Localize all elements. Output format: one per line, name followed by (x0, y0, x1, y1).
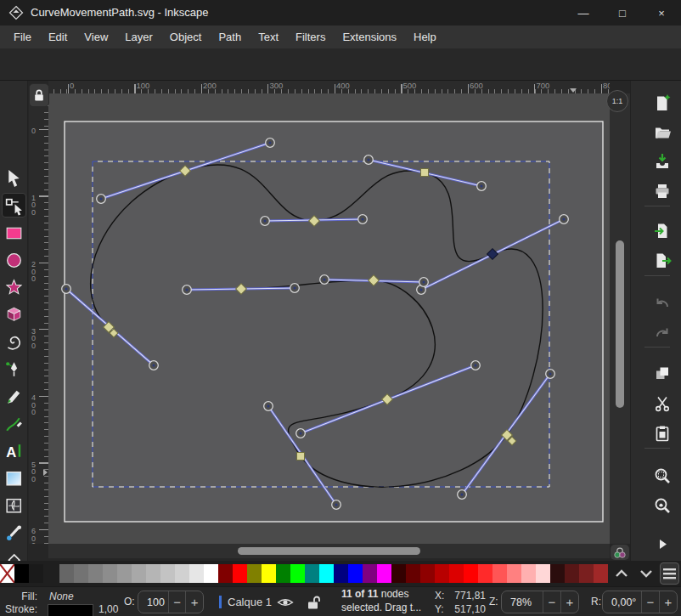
box-3d-tool-icon[interactable] (3, 304, 25, 325)
palette-swatch[interactable] (594, 564, 608, 583)
palette-swatch[interactable] (449, 564, 464, 583)
palette-scroll-up-icon[interactable] (613, 567, 630, 580)
palette-swatch[interactable] (29, 564, 43, 583)
palette-swatch[interactable] (492, 564, 507, 583)
rotation-decrease-button[interactable]: − (641, 591, 659, 613)
dropper-tool-icon[interactable] (3, 523, 25, 545)
menu-item[interactable]: Path (210, 25, 250, 48)
palette-swatch[interactable] (579, 564, 594, 583)
menu-item[interactable]: Help (405, 25, 445, 48)
text-tool-icon[interactable]: A (3, 441, 25, 462)
zoom-drawing-icon[interactable] (653, 496, 672, 515)
palette-swatch[interactable] (464, 564, 478, 583)
palette-swatch[interactable] (103, 564, 117, 583)
spiral-tool-icon[interactable] (3, 331, 25, 353)
palette-swatch[interactable] (117, 564, 132, 583)
palette-swatch[interactable] (189, 564, 204, 583)
palette-swatch[interactable] (233, 564, 247, 583)
vertical-scrollbar[interactable] (610, 93, 630, 544)
more-commands-icon[interactable] (653, 534, 672, 553)
canvas[interactable] (48, 93, 610, 544)
palette-swatch[interactable] (88, 564, 103, 583)
palette-menu-icon[interactable] (660, 562, 679, 585)
import-icon[interactable] (653, 222, 672, 240)
rotation-input[interactable]: 0,00° (603, 596, 641, 608)
opacity-increase-button[interactable]: + (185, 591, 203, 613)
rotation-increase-button[interactable]: + (659, 591, 677, 613)
palette-swatch[interactable] (319, 564, 334, 583)
rectangle-tool-icon[interactable] (3, 223, 25, 244)
stroke-color-swatch[interactable] (48, 604, 93, 616)
ruler-lock-button[interactable] (29, 83, 49, 107)
horizontal-ruler[interactable]: 0100200300400500600700800 (48, 81, 610, 93)
minimize-button[interactable]: — (564, 0, 603, 25)
horizontal-scrollbar-thumb[interactable] (238, 547, 420, 555)
pen-tool-icon[interactable] (3, 359, 25, 380)
palette-swatch[interactable] (290, 564, 305, 583)
pencil-tool-icon[interactable] (3, 387, 25, 408)
palette-swatch[interactable] (146, 564, 160, 583)
palette-swatch[interactable] (565, 564, 579, 583)
palette-swatch[interactable] (550, 564, 565, 583)
menu-item[interactable]: Filters (287, 25, 334, 48)
palette-swatch[interactable] (276, 564, 290, 583)
palette-swatch[interactable] (391, 564, 406, 583)
fill-value[interactable]: None (49, 591, 74, 602)
palette-swatch[interactable] (74, 564, 88, 583)
mesh-gradient-tool-icon[interactable] (3, 495, 25, 517)
calligraphy-tool-icon[interactable] (3, 414, 25, 435)
menu-item[interactable]: Layer (116, 25, 161, 48)
path-node[interactable] (297, 453, 305, 461)
cut-icon[interactable] (653, 394, 672, 413)
palette-swatch[interactable] (406, 564, 420, 583)
palette-swatch[interactable] (262, 564, 276, 583)
horizontal-scrollbar[interactable] (48, 544, 610, 558)
menu-item[interactable]: Object (161, 25, 211, 48)
zoom-input[interactable]: 78% (502, 596, 543, 608)
color-management-button[interactable] (611, 545, 629, 560)
palette-swatch[interactable] (507, 564, 521, 583)
path-node[interactable] (421, 169, 429, 177)
save-document-icon[interactable] (653, 152, 672, 171)
palette-swatch[interactable] (377, 564, 391, 583)
palette-swatch[interactable] (478, 564, 492, 583)
duplicate-icon[interactable] (653, 365, 672, 383)
palette-swatch[interactable] (132, 564, 146, 583)
palette-swatch[interactable] (175, 564, 189, 583)
opacity-input[interactable]: 100 (138, 596, 168, 608)
palette-swatch[interactable] (247, 564, 262, 583)
selector-tool-icon[interactable] (3, 168, 25, 189)
zoom-decrease-button[interactable]: − (543, 591, 560, 613)
zoom-selection-icon[interactable] (653, 466, 672, 485)
palette-swatch[interactable] (59, 564, 74, 583)
layer-name[interactable]: Calque 1 (228, 596, 272, 608)
vertical-ruler[interactable]: 0100200300400500600 (29, 93, 48, 544)
new-document-icon[interactable] (653, 93, 672, 112)
palette-swatch[interactable] (204, 564, 218, 583)
palette-swatch[interactable] (334, 564, 348, 583)
menu-item[interactable]: Extensions (334, 25, 405, 48)
zoom-increase-button[interactable]: + (560, 591, 578, 613)
palette-swatch[interactable] (218, 564, 233, 583)
menu-item[interactable]: View (76, 25, 116, 48)
undo-icon[interactable] (653, 293, 672, 312)
layer-visibility-eye-icon[interactable] (277, 596, 294, 611)
menu-item[interactable]: Edit (40, 25, 76, 48)
palette-swatch[interactable] (420, 564, 435, 583)
palette-none-swatch[interactable] (0, 564, 14, 583)
maximize-button[interactable]: □ (603, 0, 642, 25)
palette-swatch[interactable] (363, 564, 377, 583)
close-button[interactable]: × (642, 0, 681, 25)
palette-scroll-down-icon[interactable] (638, 567, 655, 580)
palette-swatch[interactable] (536, 564, 550, 583)
open-document-icon[interactable] (653, 122, 672, 141)
palette-swatch[interactable] (305, 564, 319, 583)
redo-icon[interactable] (653, 323, 672, 342)
palette-swatch[interactable] (160, 564, 175, 583)
palette-swatch[interactable] (435, 564, 449, 583)
gradient-tool-icon[interactable] (3, 468, 25, 489)
node-editor-tool-icon[interactable] (3, 195, 25, 217)
star-tool-icon[interactable] (3, 277, 25, 298)
vertical-scrollbar-thumb[interactable] (616, 240, 624, 408)
zoom-1-1-button[interactable]: 1:1 (606, 90, 628, 112)
